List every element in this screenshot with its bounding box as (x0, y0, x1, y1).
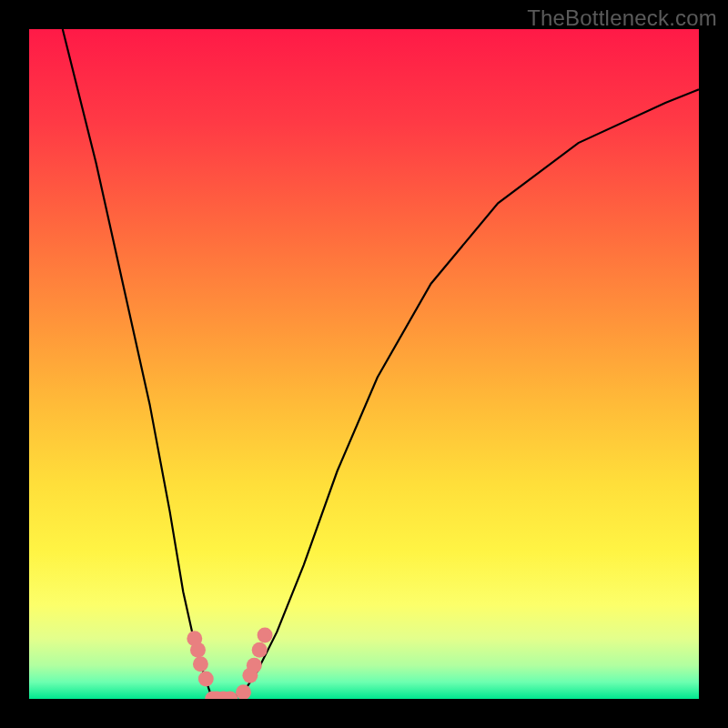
plot-area (29, 29, 699, 699)
data-marker (247, 658, 262, 673)
data-marker (252, 642, 268, 658)
data-marker-group (187, 628, 272, 699)
data-marker (258, 628, 273, 643)
markers-layer (29, 29, 699, 699)
data-marker (190, 642, 206, 658)
chart-container: TheBottleneck.com (0, 0, 728, 728)
data-marker (193, 656, 208, 672)
data-marker (198, 671, 214, 686)
data-marker (236, 684, 251, 699)
watermark-text: TheBottleneck.com (527, 5, 717, 31)
